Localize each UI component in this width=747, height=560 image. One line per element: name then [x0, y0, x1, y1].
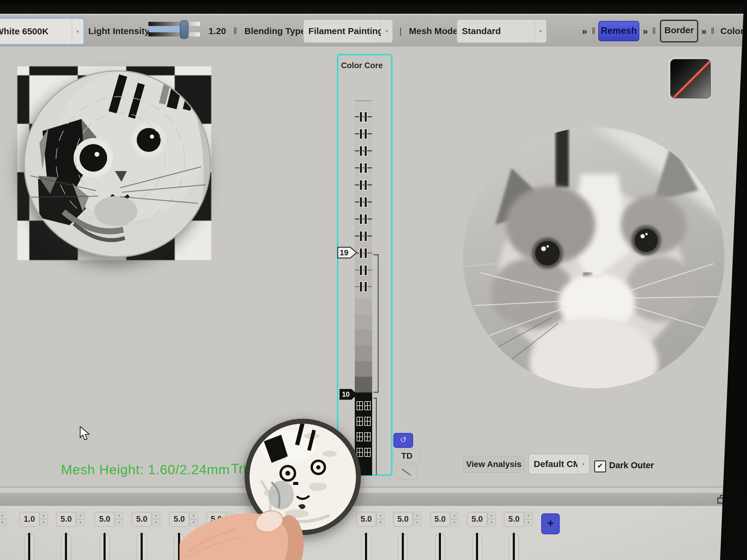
td-button[interactable]: TD: [394, 449, 420, 463]
tick-bar: [359, 180, 363, 190]
spin-down-button[interactable]: ▼: [76, 519, 85, 526]
transition-tick[interactable]: [355, 185, 372, 185]
layer-marker-19[interactable]: 19: [337, 246, 358, 259]
toolbar-overflow-icon[interactable]: »: [701, 16, 706, 46]
slider-track: [365, 533, 367, 560]
tick-bar: [364, 111, 367, 122]
spin-down-button[interactable]: ▼: [487, 519, 496, 526]
spin-down-button[interactable]: ▼: [413, 519, 421, 526]
chevron-down-icon[interactable]: ▼: [381, 20, 392, 43]
dark-outer-checkbox[interactable]: ✔: [594, 460, 606, 472]
app-window: ld White 6500K ▼ Light Intensity 1.20 ‖ …: [0, 0, 747, 560]
colormap-select[interactable]: Default CM ▼: [528, 454, 590, 475]
spin-up-button[interactable]: ▲: [450, 512, 459, 519]
filament-td-value[interactable]: 5.0: [95, 512, 115, 527]
transition-tick[interactable]: [355, 133, 372, 134]
filament-vertical-slider[interactable]: [398, 534, 408, 560]
main-toolbar: ld White 6500K ▼ Light Intensity 1.20 ‖ …: [0, 16, 747, 46]
spinner-buttons: ▲▼: [413, 512, 421, 526]
filament-td-value[interactable]: 5.0: [504, 512, 524, 527]
filament-vertical-slider[interactable]: [435, 534, 445, 560]
chevron-down-icon[interactable]: ▼: [535, 20, 546, 43]
spin-up-button[interactable]: ▲: [376, 512, 385, 519]
toolbar-separator: ‖: [652, 16, 656, 46]
transition-tick[interactable]: [355, 218, 372, 219]
chevron-down-icon[interactable]: ▼: [577, 454, 589, 474]
filament-select[interactable]: ld White 6500K ▼: [0, 18, 84, 45]
transition-tick[interactable]: [355, 116, 372, 117]
slider-fill: [148, 27, 184, 31]
blending-type-value: Filament Painting: [304, 26, 381, 36]
filament-vertical-slider[interactable]: [137, 534, 147, 560]
spin-up-button[interactable]: ▲: [115, 512, 123, 519]
spin-up-button[interactable]: ▲: [487, 512, 496, 519]
layer-marker-10[interactable]: 10: [339, 389, 358, 400]
filament-td-value[interactable]: 5.0: [132, 512, 152, 527]
filament-vertical-slider[interactable]: [24, 534, 34, 560]
transition-tick[interactable]: [355, 270, 372, 271]
spinner-buttons: ▲▼: [0, 512, 6, 526]
transition-tick[interactable]: [355, 286, 372, 287]
filament-td-value[interactable]: 5.0: [56, 512, 76, 527]
spin-down-button[interactable]: ▼: [376, 519, 385, 526]
spin-down-button[interactable]: ▼: [0, 519, 6, 526]
mesh-mode-select[interactable]: Standard ▼: [457, 19, 547, 43]
mouse-cursor: [78, 426, 92, 441]
filament-td-value[interactable]: 5.0: [393, 512, 413, 527]
tick-bar: [359, 163, 363, 174]
spin-down-button[interactable]: ▼: [115, 519, 123, 526]
add-filament-button[interactable]: +: [541, 513, 560, 534]
pencil-button[interactable]: [395, 465, 417, 480]
reset-button[interactable]: ↺: [393, 433, 413, 448]
transition-tick[interactable]: [355, 236, 372, 237]
filament-td-value[interactable]: 1.0: [19, 512, 40, 527]
transition-tick[interactable]: [355, 202, 372, 203]
slider-track: [65, 533, 67, 560]
tick-bar: [359, 129, 363, 139]
slider-track: [476, 533, 478, 560]
filament-td-value[interactable]: 5.0: [430, 512, 450, 527]
spin-down-button[interactable]: ▼: [450, 519, 459, 526]
spinner-buttons: ▲▼: [40, 512, 47, 526]
slider-track: [28, 533, 30, 560]
remesh-button[interactable]: Remesh: [598, 21, 639, 41]
view-analysis-button[interactable]: View Analysis: [463, 457, 524, 473]
render-preview[interactable]: [22, 68, 213, 260]
spin-down-button[interactable]: ▼: [152, 519, 160, 526]
locked-transition-row[interactable]: [355, 401, 372, 409]
filament-vertical-slider[interactable]: [61, 534, 71, 560]
toolbar-overflow-icon[interactable]: »: [582, 16, 587, 46]
spin-up-button[interactable]: ▲: [40, 512, 48, 519]
spin-up-button[interactable]: ▲: [413, 512, 421, 519]
border-button[interactable]: Border: [660, 20, 698, 43]
spin-up-button[interactable]: ▲: [0, 512, 6, 519]
spin-up-button[interactable]: ▲: [524, 512, 533, 519]
tick-bar: [359, 197, 363, 208]
filament-td-value[interactable]: 5.0: [467, 512, 487, 527]
spin-up-button[interactable]: ▲: [76, 512, 85, 519]
slider-track: [439, 533, 441, 560]
spin-up-button[interactable]: ▲: [152, 512, 160, 519]
range-bracket: [371, 251, 383, 478]
spin-down-button[interactable]: ▼: [40, 519, 48, 526]
slider-thumb[interactable]: [180, 20, 188, 39]
blending-type-select[interactable]: Filament Painting ▼: [303, 19, 393, 43]
filament-vertical-slider[interactable]: [100, 534, 110, 560]
spin-down-button[interactable]: ▼: [524, 519, 533, 526]
chevron-down-icon[interactable]: ▼: [72, 19, 83, 44]
tick-bar: [359, 145, 363, 156]
tick-bar: [359, 231, 363, 242]
filament-vertical-slider[interactable]: [361, 534, 371, 560]
toolbar-overflow-icon[interactable]: »: [643, 16, 648, 46]
gradient-track: [148, 22, 200, 26]
dock-titlebar[interactable]: [0, 493, 747, 506]
spinner-buttons: ▲▼: [115, 512, 123, 526]
filament-vertical-slider[interactable]: [509, 534, 519, 560]
background-color-swatch[interactable]: [668, 57, 712, 99]
light-intensity-slider[interactable]: [148, 20, 201, 38]
color-core-title: Color Core: [341, 61, 383, 70]
transition-tick[interactable]: [355, 151, 372, 151]
filament-vertical-slider[interactable]: [472, 534, 482, 560]
tick-bar: [364, 163, 367, 174]
transition-tick[interactable]: [355, 167, 372, 168]
